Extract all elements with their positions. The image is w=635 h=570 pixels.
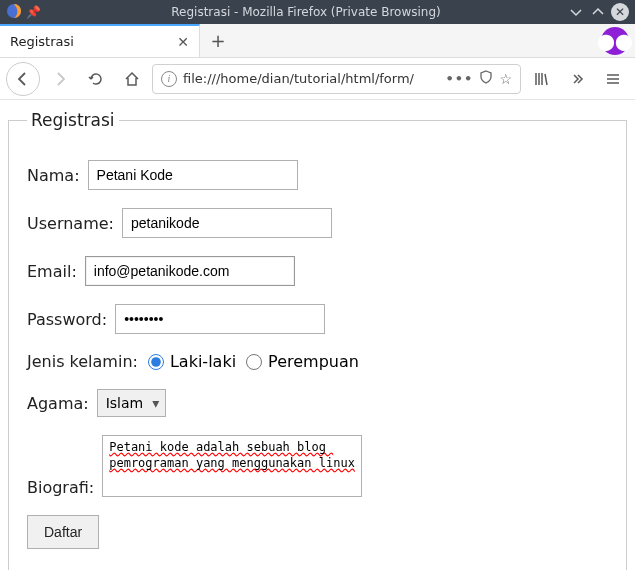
overflow-button[interactable] <box>561 63 593 95</box>
page-content: Registrasi Nama: Username: Email: Passwo… <box>0 100 635 570</box>
library-button[interactable] <box>525 63 557 95</box>
fieldset-legend: Registrasi <box>27 110 119 130</box>
tab-close-icon[interactable]: ✕ <box>177 34 189 50</box>
back-button[interactable] <box>6 62 40 96</box>
pin-icon: 📌 <box>26 5 41 19</box>
url-bar[interactable]: i file:///home/dian/tutorial/html/form/ … <box>152 64 521 94</box>
page-actions-icon[interactable]: ••• <box>446 71 474 86</box>
username-label: Username: <box>27 214 114 233</box>
password-label: Password: <box>27 310 107 329</box>
registrasi-fieldset: Registrasi Nama: Username: Email: Passwo… <box>8 110 627 570</box>
username-input[interactable] <box>122 208 332 238</box>
email-input[interactable] <box>85 256 295 286</box>
gender-female-radio[interactable] <box>246 354 262 370</box>
gender-male-label: Laki-laki <box>170 352 236 371</box>
bookmark-star-icon[interactable]: ☆ <box>499 71 512 87</box>
menu-button[interactable] <box>597 63 629 95</box>
gender-male-radio[interactable] <box>148 354 164 370</box>
forward-button <box>44 63 76 95</box>
window-titlebar: 📌 Registrasi - Mozilla Firefox (Private … <box>0 0 635 24</box>
home-button[interactable] <box>116 63 148 95</box>
nav-toolbar: i file:///home/dian/tutorial/html/form/ … <box>0 58 635 100</box>
minimize-button[interactable] <box>567 3 585 21</box>
new-tab-button[interactable]: + <box>200 24 236 57</box>
password-input[interactable] <box>115 304 325 334</box>
private-browsing-badge: ⬤⬤ <box>601 27 629 55</box>
tab-registrasi[interactable]: Registrasi ✕ <box>0 24 200 57</box>
reload-button[interactable] <box>80 63 112 95</box>
biografi-label: Biografi: <box>27 478 94 497</box>
agama-value: Islam <box>106 395 144 411</box>
nama-input[interactable] <box>88 160 298 190</box>
tab-bar: Registrasi ✕ + ⬤⬤ <box>0 24 635 58</box>
daftar-button[interactable]: Daftar <box>27 515 99 549</box>
nama-label: Nama: <box>27 166 80 185</box>
mask-icon: ⬤⬤ <box>597 32 633 51</box>
agama-select[interactable]: Islam <box>97 389 167 417</box>
maximize-button[interactable] <box>589 3 607 21</box>
gender-label: Jenis kelamin: <box>27 352 138 371</box>
close-window-button[interactable]: ✕ <box>611 3 629 21</box>
email-label: Email: <box>27 262 77 281</box>
url-text: file:///home/dian/tutorial/html/form/ <box>183 71 440 86</box>
window-title: Registrasi - Mozilla Firefox (Private Br… <box>49 5 563 19</box>
gender-female-label: Perempuan <box>268 352 359 371</box>
firefox-icon <box>6 3 22 22</box>
tracking-shield-icon[interactable] <box>479 70 493 87</box>
tab-label: Registrasi <box>10 34 177 49</box>
agama-label: Agama: <box>27 394 89 413</box>
page-info-icon[interactable]: i <box>161 71 177 87</box>
biografi-textarea[interactable] <box>102 435 362 497</box>
